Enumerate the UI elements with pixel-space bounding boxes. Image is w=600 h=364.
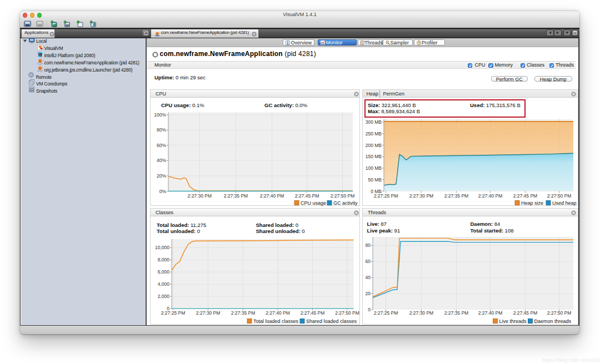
svg-text:GC activity: GC activity <box>333 200 358 206</box>
svg-text:100 MB: 100 MB <box>366 165 382 171</box>
svg-text:2:27:30 PM: 2:27:30 PM <box>409 310 433 316</box>
svg-text:Shared loaded classes: Shared loaded classes <box>306 318 357 324</box>
svg-text:40: 40 <box>366 275 371 280</box>
svg-text:2,000: 2,000 <box>158 294 170 299</box>
svg-text:2:27:30 PM: 2:27:30 PM <box>188 193 212 199</box>
svg-text:50 MB: 50 MB <box>368 177 382 183</box>
svg-text:CPU usage: CPU usage <box>301 200 326 206</box>
svg-text:20%: 20% <box>157 173 166 179</box>
svg-text:150 MB: 150 MB <box>366 154 382 159</box>
svg-text:2:27:30 PM: 2:27:30 PM <box>196 310 220 316</box>
svg-text:2:27:25 PM: 2:27:25 PM <box>161 310 185 316</box>
svg-text:250 MB: 250 MB <box>366 131 382 136</box>
svg-text:8,000: 8,000 <box>158 257 170 262</box>
svg-text:2:27:50 PM: 2:27:50 PM <box>331 193 354 199</box>
svg-text:2:27:40 PM: 2:27:40 PM <box>260 193 284 199</box>
svg-text:300 MB: 300 MB <box>366 119 382 125</box>
svg-text:Used heap: Used heap <box>552 200 577 206</box>
svg-text:80: 80 <box>366 242 371 248</box>
svg-text:2:27:45 PM: 2:27:45 PM <box>513 310 537 316</box>
svg-text:2:27:25 PM: 2:27:25 PM <box>374 193 398 199</box>
svg-text:2:27:30 PM: 2:27:30 PM <box>409 193 433 199</box>
svg-text:100%: 100% <box>154 112 166 118</box>
svg-text:2:27:45 PM: 2:27:45 PM <box>301 310 324 316</box>
svg-text:Heap size: Heap size <box>521 200 543 206</box>
svg-text:60%: 60% <box>157 143 166 148</box>
svg-text:2:27:35 PM: 2:27:35 PM <box>444 310 468 316</box>
svg-text:2:27:45 PM: 2:27:45 PM <box>295 193 319 199</box>
svg-text:2:27:25 PM: 2:27:25 PM <box>374 310 398 316</box>
svg-text:200 MB: 200 MB <box>366 143 382 148</box>
svg-text:2:27:35 PM: 2:27:35 PM <box>224 193 248 199</box>
svg-text:Total loaded classes: Total loaded classes <box>253 318 299 324</box>
svg-text:0%: 0% <box>159 189 167 194</box>
svg-text:2:27:40 PM: 2:27:40 PM <box>266 310 289 316</box>
svg-text:2:27:40 PM: 2:27:40 PM <box>478 193 502 199</box>
svg-text:Live threads: Live threads <box>499 318 527 324</box>
svg-text:20: 20 <box>366 291 371 296</box>
svg-text:80%: 80% <box>157 127 166 133</box>
svg-text:0: 0 <box>368 307 371 312</box>
svg-text:2:27:45 PM: 2:27:45 PM <box>513 193 537 199</box>
svg-text:2:27:35 PM: 2:27:35 PM <box>231 310 255 316</box>
svg-text:40%: 40% <box>157 158 166 163</box>
svg-text:10,000: 10,000 <box>155 245 169 250</box>
svg-text:4,000: 4,000 <box>158 281 170 287</box>
svg-text:Daemon threads: Daemon threads <box>534 318 572 324</box>
svg-text:2:27:50 PM: 2:27:50 PM <box>547 310 571 316</box>
svg-text:6,000: 6,000 <box>158 269 170 275</box>
svg-text:2:27:35 PM: 2:27:35 PM <box>444 193 468 199</box>
svg-text:2:27:50 PM: 2:27:50 PM <box>335 310 359 316</box>
svg-text:2:27:40 PM: 2:27:40 PM <box>478 310 502 316</box>
svg-text:60: 60 <box>366 259 371 264</box>
svg-text:2:27:50 PM: 2:27:50 PM <box>547 193 571 199</box>
